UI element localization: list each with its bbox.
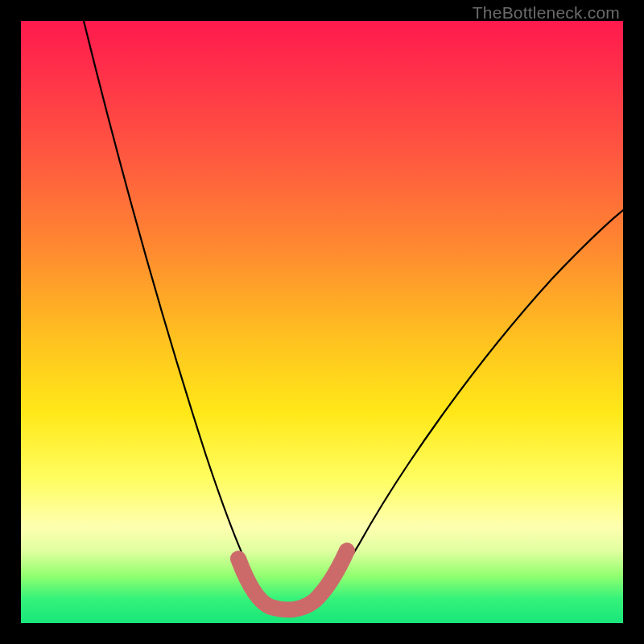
watermark-text: TheBottleneck.com <box>473 3 620 23</box>
highlight-band <box>238 551 347 609</box>
bottleneck-curve <box>84 21 623 607</box>
chart-frame: TheBottleneck.com <box>0 0 644 644</box>
bottleneck-curve-svg <box>21 21 623 623</box>
plot-area <box>21 21 623 623</box>
